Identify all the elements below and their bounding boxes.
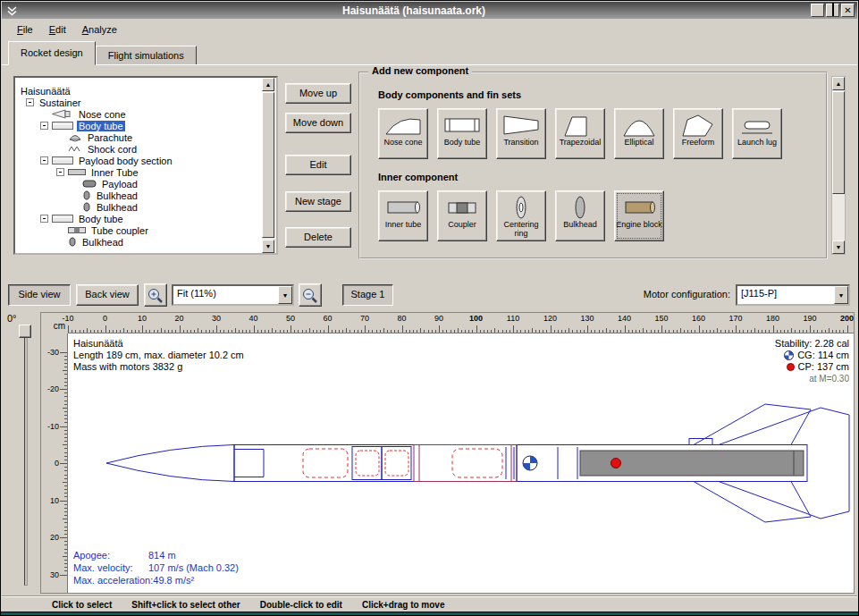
rotation-angle-label: 0° bbox=[7, 313, 17, 324]
zoom-out-button[interactable] bbox=[299, 283, 322, 307]
palette-button-trapezoidal[interactable]: Trapezoidal bbox=[555, 108, 605, 159]
tree-item-payload[interactable]: Payload bbox=[15, 178, 262, 190]
ruler-tick bbox=[491, 330, 492, 333]
collapse-icon[interactable] bbox=[40, 156, 48, 165]
parachute-outline bbox=[303, 449, 348, 477]
ruler-tick bbox=[628, 330, 629, 333]
edit-button[interactable]: Edit bbox=[285, 155, 351, 175]
dropdown-arrow-icon[interactable]: ▼ bbox=[834, 286, 848, 304]
tree-item-bulkhead[interactable]: Bulkhead bbox=[15, 236, 262, 248]
collapse-icon[interactable] bbox=[40, 215, 48, 223]
collapse-icon[interactable] bbox=[56, 168, 64, 176]
ruler-label: -20 bbox=[47, 384, 59, 393]
tree-item-bulkhead[interactable]: Bulkhead bbox=[15, 190, 262, 201]
ruler-label: 140 bbox=[618, 314, 631, 323]
palette-scrollbar[interactable]: ▲ ▼ bbox=[831, 76, 846, 255]
palette-button-engine-block[interactable]: Engine block bbox=[614, 190, 664, 241]
maximize-button[interactable] bbox=[826, 4, 839, 17]
ruler-tick bbox=[625, 325, 626, 333]
tree-item-parachute[interactable]: Parachute bbox=[15, 131, 262, 143]
window-menu-icon[interactable] bbox=[4, 4, 19, 17]
component-tree: Haisunäätä Sustainer Nose cone Body tube… bbox=[15, 78, 262, 253]
scroll-up-button[interactable]: ▲ bbox=[832, 77, 845, 90]
ruler-tick bbox=[543, 330, 543, 333]
scroll-up-button[interactable]: ▲ bbox=[262, 78, 274, 91]
scrollbar-thumb[interactable] bbox=[262, 92, 274, 238]
palette-button-freeform[interactable]: Freeform bbox=[673, 108, 723, 159]
minimize-button[interactable] bbox=[811, 4, 824, 17]
ruler-tick bbox=[64, 467, 67, 468]
ruler-tick bbox=[580, 330, 581, 333]
tree-item-inner-tube[interactable]: Inner Tube bbox=[15, 166, 262, 178]
tree-item-body-tube[interactable]: Body tube bbox=[15, 120, 262, 131]
ruler-tick bbox=[594, 330, 595, 333]
horizontal-ruler: -100102030405060708090100110120130140150… bbox=[68, 313, 855, 333]
scrollbar-thumb[interactable] bbox=[832, 91, 845, 194]
tree-item-payload-body-section[interactable]: Payload body section bbox=[15, 155, 262, 166]
tab-rocket-design[interactable]: Rocket design bbox=[8, 41, 96, 65]
tree-scrollbar[interactable]: ▲ ▼ bbox=[262, 78, 276, 253]
ruler-tick bbox=[235, 328, 236, 333]
tab-panel-border bbox=[2, 64, 857, 65]
rotation-slider-handle[interactable] bbox=[19, 325, 31, 338]
delete-button[interactable]: Delete bbox=[285, 227, 351, 248]
tree-item-nose-cone[interactable]: Nose cone bbox=[15, 108, 262, 120]
menu-analyze[interactable]: Analyze bbox=[74, 21, 125, 38]
cg-icon bbox=[784, 350, 794, 360]
ruler-tick bbox=[428, 330, 429, 333]
palette-button-nose-cone[interactable]: Nose cone bbox=[378, 108, 428, 159]
ruler-tick bbox=[60, 463, 67, 464]
payload-outline bbox=[452, 449, 502, 477]
palette-button-centering-ring[interactable]: Centering ring bbox=[496, 190, 546, 241]
close-button[interactable]: ✕ bbox=[841, 4, 855, 17]
collapse-icon[interactable] bbox=[26, 98, 34, 106]
palette-button-coupler[interactable]: Coupler bbox=[437, 190, 487, 241]
new-stage-button[interactable]: New stage bbox=[285, 191, 351, 212]
tree-item-tube-coupler[interactable]: Tube coupler bbox=[15, 224, 262, 236]
ruler-tick bbox=[417, 330, 417, 333]
ruler-tick bbox=[458, 328, 459, 333]
palette-button-launch-lug[interactable]: Launch lug bbox=[732, 108, 782, 159]
palette-button-inner-tube[interactable]: Inner tube bbox=[378, 190, 428, 241]
ruler-tick bbox=[754, 328, 755, 333]
inner-tube-icon bbox=[384, 195, 422, 220]
side-view-button[interactable]: Side view bbox=[8, 284, 71, 306]
ruler-tick bbox=[546, 330, 547, 333]
zoom-in-icon bbox=[147, 287, 164, 305]
palette-button-elliptical[interactable]: Elliptical bbox=[614, 108, 664, 159]
scroll-down-button[interactable]: ▼ bbox=[832, 240, 845, 254]
dropdown-arrow-icon[interactable]: ▼ bbox=[278, 286, 292, 304]
tree-item-shock-cord[interactable]: Shock cord bbox=[15, 143, 262, 155]
tab-flight-simulations[interactable]: Flight simulations bbox=[96, 46, 197, 65]
palette-button-transition[interactable]: Transition bbox=[496, 108, 546, 159]
ruler-tick bbox=[64, 496, 67, 497]
tree-item-sustainer[interactable]: Sustainer bbox=[15, 97, 262, 108]
tree-item-rocket[interactable]: Haisunäätä bbox=[15, 85, 262, 97]
menu-edit[interactable]: Edit bbox=[41, 21, 74, 38]
motor-configuration-combobox[interactable]: [J115-P] ▼ bbox=[736, 284, 850, 306]
scroll-down-button[interactable]: ▼ bbox=[262, 240, 274, 253]
palette-button-bulkhead[interactable]: Bulkhead bbox=[555, 190, 605, 241]
title-bar: Haisunäätä (haisunaata.ork) ✕ bbox=[2, 2, 857, 19]
menu-file[interactable]: File bbox=[9, 21, 41, 38]
collapse-icon[interactable] bbox=[40, 122, 48, 130]
move-up-button[interactable]: Move up bbox=[285, 83, 351, 104]
ruler-tick bbox=[139, 330, 139, 333]
back-view-button[interactable]: Back view bbox=[76, 284, 139, 306]
tree-item-bulkhead[interactable]: Bulkhead bbox=[15, 201, 262, 213]
ruler-tick bbox=[606, 328, 607, 333]
zoom-combobox[interactable]: Fit (11%) ▼ bbox=[172, 284, 294, 306]
ruler-tick bbox=[736, 325, 737, 333]
move-down-button[interactable]: Move down bbox=[285, 113, 351, 133]
stage1-toggle-button[interactable]: Stage 1 bbox=[342, 284, 393, 306]
rocket-canvas[interactable]: Haisunäätä Length 189 cm, max. diameter … bbox=[68, 333, 855, 594]
zoom-in-button[interactable] bbox=[144, 283, 167, 307]
ruler-tick bbox=[320, 330, 321, 333]
shock-cord-outline bbox=[356, 451, 379, 476]
palette-button-body-tube[interactable]: Body tube bbox=[437, 108, 487, 159]
tree-item-body-tube-2[interactable]: Body tube bbox=[15, 213, 262, 224]
ruler-label: -10 bbox=[62, 314, 73, 323]
rotation-slider-track[interactable] bbox=[24, 328, 28, 586]
ruler-tick bbox=[313, 330, 314, 333]
ruler-tick bbox=[242, 330, 243, 333]
